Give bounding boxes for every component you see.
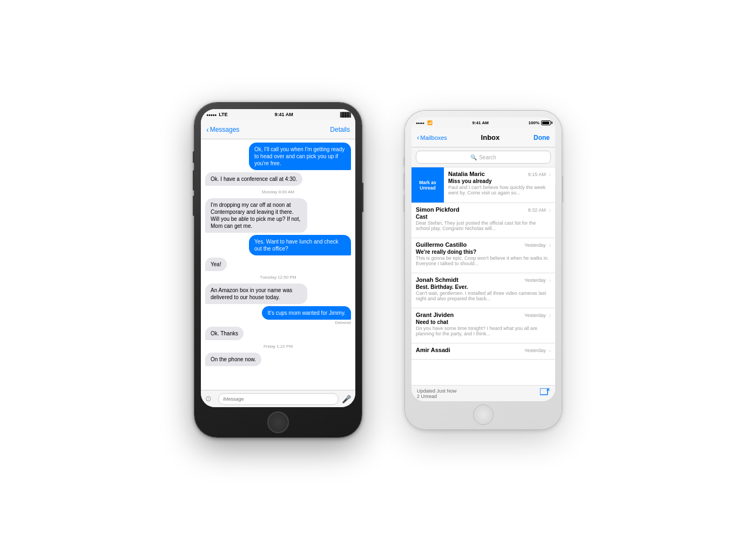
- phone-dark: ●●●●● LTE 9:41 AM ▓▓▓▓ ‹ Messages Detail…: [194, 103, 362, 437]
- mail-subject: We're really doing this?: [416, 249, 551, 255]
- message-input-bar: ⊙ 🎤: [201, 390, 355, 407]
- message-bubble-left: Ok. Thanks: [205, 327, 244, 340]
- mail-preview: Do you have some time tonight? I heard w…: [416, 326, 551, 338]
- inbox-title: Inbox: [481, 133, 500, 141]
- power-button-white[interactable]: [562, 176, 563, 202]
- mailboxes-back-button[interactable]: ‹ Mailboxes: [417, 133, 447, 141]
- status-right: 100%: [529, 120, 551, 125]
- message-bubble-left: An Amazon box in your name was delivered…: [205, 284, 307, 304]
- unread-count: 2 Unread: [417, 394, 457, 399]
- compose-button[interactable]: [540, 388, 550, 399]
- phones-container: ●●●●● LTE 9:41 AM ▓▓▓▓ ‹ Messages Detail…: [194, 103, 562, 437]
- back-button[interactable]: ‹ Messages: [206, 125, 239, 134]
- mail-header-row: Simon Pickford 8:32 AM ›: [416, 206, 551, 213]
- mail-item[interactable]: Jonah Schmidt Yesterday › Best. Birthday…: [411, 273, 555, 308]
- back-label[interactable]: Messages: [210, 126, 240, 133]
- battery-percent: 100%: [529, 120, 539, 125]
- mail-header-row: Natalia Maric 9:15 AM ›: [448, 171, 551, 178]
- updated-text: Updated Just Now: [417, 388, 457, 394]
- status-time-white: 9:41 AM: [473, 120, 489, 125]
- status-time: 9:41 AM: [275, 112, 293, 117]
- svg-rect-0: [540, 388, 548, 395]
- message-bubble-left: Ok. I have a conference call at 4:30.: [205, 172, 302, 186]
- mail-item[interactable]: Guillermo Castillo Yesterday › We're rea…: [411, 238, 555, 273]
- phone-white: ●●●●● 📶 9:41 AM 100% ‹ Mailboxes Inbox: [405, 111, 562, 429]
- mail-subject: Miss you already: [448, 178, 551, 184]
- delivered-label: Delivered: [205, 321, 351, 325]
- battery-status: ▓▓▓▓: [340, 112, 350, 117]
- messages-screen: ●●●●● LTE 9:41 AM ▓▓▓▓ ‹ Messages Detail…: [201, 109, 355, 407]
- message-bubble-right: Yes. Want to have lunch and check out th…: [249, 235, 351, 255]
- mail-item[interactable]: Grant Jividen Yesterday › Need to chat D…: [411, 308, 555, 343]
- chevron-icon: ›: [549, 313, 551, 319]
- mail-subject: Cast: [416, 214, 551, 220]
- search-icon: 🔍: [470, 154, 477, 160]
- mail-subject: Best. Birthday. Ever.: [416, 284, 551, 290]
- wifi-icon: 📶: [427, 120, 433, 125]
- camera-icon[interactable]: ⊙: [205, 394, 215, 404]
- done-button[interactable]: Done: [534, 134, 550, 141]
- mail-item[interactable]: Amir Assadi Yesterday ›: [411, 343, 555, 360]
- messages-list: Ok, I'll call you when I'm getting ready…: [201, 139, 355, 390]
- chevron-icon: ›: [549, 278, 551, 284]
- message-bubble-right: It's cups mom wanted for Jimmy.: [262, 306, 351, 320]
- mail-header-row: Guillermo Castillo Yesterday ›: [416, 241, 551, 248]
- mail-sender: Jonah Schmidt: [416, 276, 458, 283]
- mail-item[interactable]: Mark as Unread Natalia Maric 9:15 AM › M…: [411, 167, 555, 203]
- message-timestamp: Monday 8:00 AM: [205, 190, 351, 194]
- mail-header-row: Grant Jividen Yesterday ›: [416, 312, 551, 319]
- battery-fill: [542, 122, 549, 124]
- volume-down-button-white[interactable]: [403, 195, 405, 212]
- mail-content: Simon Pickford 8:32 AM › Cast Dear Stefa…: [411, 203, 555, 238]
- chevron-icon: ›: [549, 207, 551, 213]
- status-bar-white: ●●●●● 📶 9:41 AM 100%: [411, 117, 555, 128]
- volume-up-button[interactable]: [193, 170, 194, 191]
- imessage-input[interactable]: [218, 393, 339, 405]
- message-bubble-right: Ok, I'll call you when I'm getting ready…: [249, 143, 351, 170]
- mail-time: 9:15 AM ›: [528, 172, 551, 178]
- back-chevron-icon: ‹: [417, 133, 419, 141]
- mail-sender: Amir Assadi: [416, 347, 450, 353]
- power-button[interactable]: [362, 183, 363, 212]
- carrier-signal-white: ●●●●● 📶: [416, 120, 433, 125]
- mail-header-row: Jonah Schmidt Yesterday ›: [416, 276, 551, 284]
- mail-nav-bar: ‹ Mailboxes Inbox Done: [411, 128, 555, 147]
- details-button[interactable]: Details: [330, 126, 350, 133]
- message-bubble-left: I'm dropping my car off at noon at Conte…: [205, 198, 307, 233]
- message-timestamp: Friday 1:22 PM: [205, 344, 351, 349]
- volume-down-button[interactable]: [193, 195, 194, 216]
- mark-unread-action[interactable]: Mark as Unread: [411, 167, 444, 202]
- back-chevron-icon: ‹: [206, 125, 209, 134]
- messages-nav-bar: ‹ Messages Details: [201, 120, 355, 139]
- footer-info: Updated Just Now 2 Unread: [417, 388, 457, 399]
- search-bar[interactable]: 🔍 Search: [416, 151, 551, 164]
- status-bar-dark: ●●●●● LTE 9:41 AM ▓▓▓▓: [201, 109, 355, 120]
- mute-button[interactable]: [193, 151, 194, 163]
- mail-content: Guillermo Castillo Yesterday › We're rea…: [411, 238, 555, 273]
- chevron-icon: ›: [549, 348, 551, 354]
- mail-sender: Natalia Maric: [448, 171, 485, 177]
- home-button-white[interactable]: [473, 404, 494, 425]
- message-timestamp: Tuesday 12:50 PM: [205, 275, 351, 280]
- mail-sender: Guillermo Castillo: [416, 241, 467, 248]
- mail-time: Yesterday ›: [524, 313, 551, 319]
- volume-up-button-white[interactable]: [403, 173, 405, 190]
- microphone-icon[interactable]: 🎤: [342, 395, 351, 403]
- mail-preview: This is gonna be epic. Coop won't believ…: [416, 255, 551, 267]
- mute-button-white[interactable]: [403, 157, 405, 166]
- mail-header-row: Amir Assadi Yesterday ›: [416, 347, 551, 354]
- carrier-signal: ●●●●● LTE: [206, 112, 228, 117]
- mail-time: Yesterday ›: [524, 242, 551, 248]
- search-placeholder: Search: [479, 154, 496, 160]
- mail-list: Mark as Unread Natalia Maric 9:15 AM › M…: [411, 167, 555, 385]
- mail-time: Yesterday ›: [524, 278, 551, 284]
- message-bubble-left: Yea!: [205, 258, 227, 271]
- mail-preview: Paul and I can't believe how quickly the…: [448, 185, 551, 197]
- mail-footer: Updated Just Now 2 Unread: [411, 385, 555, 401]
- mail-screen: ●●●●● 📶 9:41 AM 100% ‹ Mailboxes Inbox: [411, 117, 555, 401]
- mail-item[interactable]: Simon Pickford 8:32 AM › Cast Dear Stefa…: [411, 203, 555, 238]
- home-button-dark[interactable]: [267, 411, 289, 433]
- chevron-icon: ›: [549, 172, 551, 178]
- mail-sender: Grant Jividen: [416, 312, 454, 318]
- mail-time: 8:32 AM ›: [528, 207, 551, 213]
